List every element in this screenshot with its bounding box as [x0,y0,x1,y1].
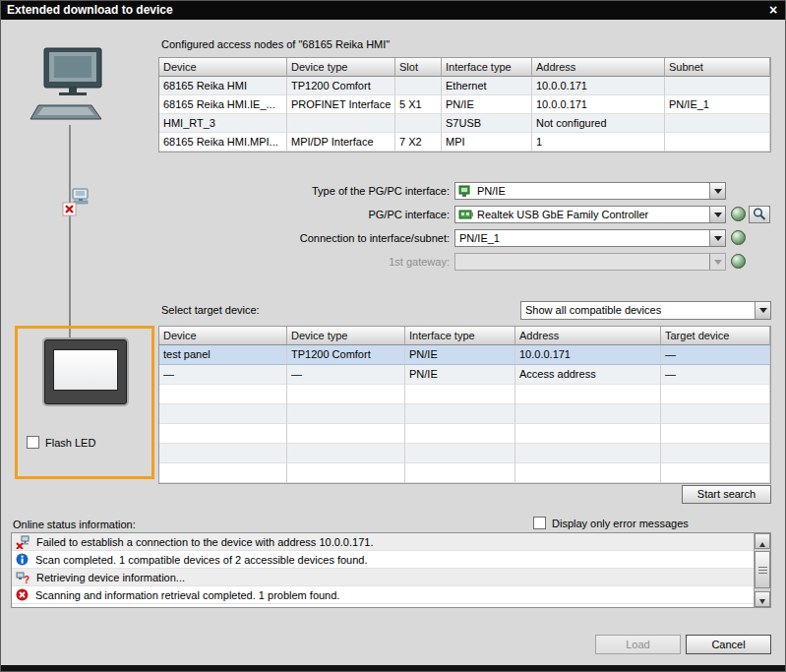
flash-led-checkbox[interactable] [27,436,39,449]
column-header: Target device [661,327,770,345]
table-row: 68165 Reika HMI TP1200 Comfort Ethernet … [159,77,770,95]
connection-subnet-label: Connection to interface/subnet: [158,229,450,247]
window-bottom-edge [1,665,785,671]
flash-led-control[interactable]: Flash LED [27,436,95,449]
target-device-table: Device Device type Interface type Addres… [158,326,771,484]
display-only-errors-checkbox[interactable] [533,517,546,529]
dropdown-arrow-icon[interactable] [755,302,770,319]
access-nodes-table: Device Device type Slot Interface type A… [158,57,771,153]
empty-row [159,385,770,404]
display-only-errors-label: Display only error messages [552,518,689,529]
cell: HMI_RT_3 [159,114,287,133]
gateway-help-icon[interactable] [731,254,746,269]
scrollbar-thumb[interactable] [755,551,770,588]
retrieving-icon: ? [16,571,30,584]
pg-pc-computer-illustration [29,46,117,127]
column-header: Address [515,327,661,345]
scroll-up-icon[interactable] [755,533,770,549]
cell[interactable]: — [287,365,405,385]
cell: 10.0.0.171 [532,77,665,95]
target-device-row[interactable]: — — PN/IE Access address — [159,365,770,385]
target-device-row-selected[interactable]: test panel TP1200 Comfort PN/IE 10.0.0.1… [159,345,770,365]
cell[interactable]: PN/IE [405,345,515,365]
connection-subnet-dropdown[interactable]: PN/IE_1 [454,229,726,247]
error-filter-control[interactable]: Display only error messages [533,517,689,529]
cell[interactable]: 10.0.0.171 [515,345,661,365]
broken-connection-icon [60,188,93,219]
cell: MPI [442,133,532,152]
connection-subnet-value: PN/IE_1 [459,230,707,246]
cell[interactable]: PN/IE [405,365,515,385]
column-header: Interface type [442,58,532,77]
online-status-label: Online status information: [13,519,136,530]
status-message: Scanning and information retrieval compl… [12,586,754,604]
device-filter-value: Show all compatible devices [525,302,753,319]
status-text: Scan completed. 1 compatible devices of … [35,554,368,566]
cell [665,114,770,133]
device-filter-dropdown[interactable]: Show all compatible devices [520,301,771,320]
pgpc-interface-dropdown[interactable]: Realtek USB GbE Family Controller [454,206,726,223]
network-adapter-icon [458,208,474,223]
table-header-row: Device Device type Slot Interface type A… [159,58,770,77]
svg-text:?: ? [24,575,30,584]
table-row: HMI_RT_3 S7USB Not configured [159,114,770,133]
status-message: Scan completed. 1 compatible devices of … [12,551,754,569]
cell: 68165 Reika HMI.MPI... [159,133,287,152]
info-icon [16,553,29,566]
close-icon[interactable]: × [765,2,781,18]
cell[interactable]: — [661,345,770,365]
extended-download-dialog: Extended download to device × Flash LED … [0,0,786,672]
dialog-title: Extended download to device [7,3,173,17]
cell: 7 X2 [395,133,442,152]
load-button[interactable]: Load [595,635,681,654]
cell: 10.0.0.171 [532,95,665,114]
pgpc-type-label: Type of the PG/PC interface: [158,182,450,200]
cell[interactable]: Access address [515,365,661,385]
column-header: Address [532,58,665,77]
dropdown-arrow-icon[interactable] [709,207,725,222]
error-icon [16,588,29,601]
cell: PN/IE_1 [665,95,770,114]
cell: PROFINET Interface [287,95,395,114]
column-header: Interface type [405,327,515,345]
scrollbar-grip [758,567,767,568]
pgpc-type-dropdown[interactable]: PN/IE [454,182,726,200]
status-text: Retrieving device information... [36,572,185,583]
table-row: 68165 Reika HMI.MPI... MPI/DP Interface … [159,133,770,152]
cell[interactable]: — [661,365,770,385]
dropdown-arrow-icon[interactable] [709,230,725,246]
empty-row [159,444,770,463]
cell: MPI/DP Interface [287,133,395,152]
cell [665,133,770,152]
cell [665,77,770,95]
connection-failed-icon [16,535,30,549]
cell: PN/IE [442,95,532,114]
hmi-panel-illustration [44,339,127,404]
titlebar: Extended download to device × [1,1,785,20]
cell[interactable]: test panel [159,345,287,365]
scroll-down-icon[interactable] [755,591,770,607]
change-interface-settings-button[interactable] [749,206,770,223]
gateway-dropdown [454,253,726,271]
status-message: ? Retrieving device information... [12,569,754,586]
cell: 5 X1 [395,95,442,114]
column-header: Device [159,327,287,345]
subnet-help-icon[interactable] [731,230,746,245]
column-header: Device type [287,327,405,345]
cell[interactable]: — [159,365,287,385]
empty-row [159,463,770,483]
status-scrollbar[interactable] [754,533,770,607]
column-header: Device [159,58,287,77]
table-header-row: Device Device type Interface type Addres… [159,327,770,345]
interface-help-icon[interactable] [731,207,746,221]
access-nodes-heading: Configured access nodes of "68165 Reika … [161,38,390,50]
gateway-label: 1st gateway: [158,253,450,271]
empty-row [159,424,770,444]
column-header: Slot [395,58,442,77]
cell: Not configured [532,114,665,133]
cancel-button[interactable]: Cancel [686,635,771,654]
start-search-button[interactable]: Start search [682,485,771,504]
cell [395,114,442,133]
cell[interactable]: TP1200 Comfort [287,345,405,365]
dropdown-arrow-icon[interactable] [709,183,725,199]
